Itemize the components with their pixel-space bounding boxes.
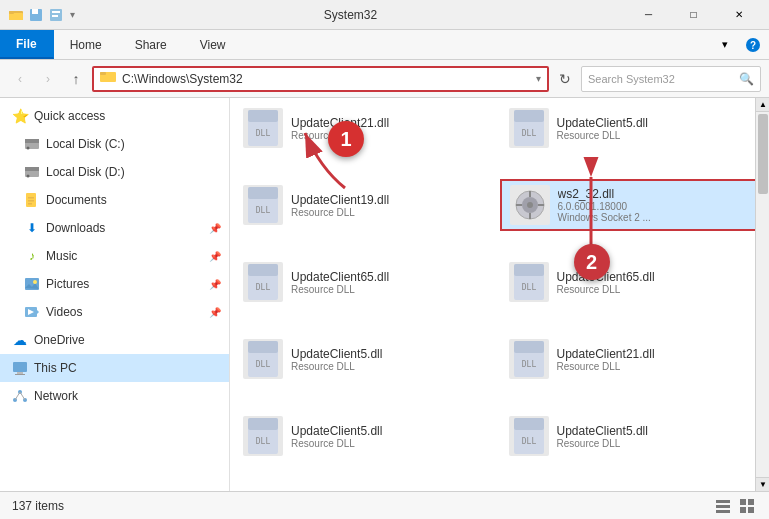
scroll-up-button[interactable]: ▲ <box>756 98 769 112</box>
filename-3: UpdateClient19.dll <box>291 193 491 207</box>
sidebar-item-this-pc[interactable]: This PC <box>0 354 229 382</box>
svg-text:DLL: DLL <box>256 129 271 138</box>
filedetail-ws2-version: 6.0.6001.18000 <box>558 201 756 212</box>
sidebar-item-local-c[interactable]: Local Disk (C:) <box>0 130 229 158</box>
svg-rect-38 <box>248 110 278 122</box>
dll-icon-8: DLL <box>509 339 549 379</box>
sidebar-item-network[interactable]: Network <box>0 382 229 410</box>
up-button[interactable]: ↑ <box>64 67 88 91</box>
downloads-icon: ⬇ <box>24 220 40 236</box>
file-info-7: UpdateClient5.dll Resource DLL <box>291 347 491 372</box>
file-info-8: UpdateClient21.dll Resource DLL <box>557 347 757 372</box>
forward-button[interactable]: › <box>36 67 60 91</box>
svg-rect-72 <box>716 500 730 503</box>
music-icon: ♪ <box>24 248 40 264</box>
file-item-ws2-32[interactable]: ws2_32.dll 6.0.6001.18000 Windows Socket… <box>500 179 766 231</box>
svg-rect-13 <box>25 139 39 143</box>
svg-rect-61 <box>248 341 278 353</box>
svg-rect-21 <box>28 203 32 205</box>
sidebar-label-documents: Documents <box>46 193 221 207</box>
dll-icon-2: DLL <box>509 108 549 148</box>
pictures-icon <box>24 276 40 292</box>
svg-text:DLL: DLL <box>256 206 271 215</box>
ribbon-expand-icon[interactable]: ▾ <box>713 33 737 57</box>
sidebar-label-videos: Videos <box>46 305 203 319</box>
maximize-button[interactable]: □ <box>671 0 716 30</box>
network-icon <box>12 388 28 404</box>
sidebar-item-quick-access[interactable]: ⭐ Quick access <box>0 102 229 130</box>
svg-rect-11 <box>100 72 106 75</box>
svg-rect-64 <box>514 341 544 353</box>
scroll-down-button[interactable]: ▼ <box>756 477 769 491</box>
back-button[interactable]: ‹ <box>8 67 32 91</box>
tab-share[interactable]: Share <box>119 30 184 59</box>
titlebar: ▾ System32 ─ □ ✕ <box>0 0 769 30</box>
file-item-updateclient5-2[interactable]: DLL UpdateClient5.dll Resource DLL <box>234 333 500 385</box>
svg-rect-4 <box>32 9 38 14</box>
svg-rect-70 <box>514 418 544 430</box>
sidebar-item-pictures[interactable]: Pictures 📌 <box>0 270 229 298</box>
sidebar-item-onedrive[interactable]: ☁ OneDrive <box>0 326 229 354</box>
this-pc-icon <box>12 360 28 376</box>
scrollbar: ▲ ▼ <box>755 98 769 491</box>
file-item-updateclient65-1[interactable]: DLL UpdateClient65.dll Resource DLL <box>234 256 500 308</box>
file-info-5: UpdateClient65.dll Resource DLL <box>291 270 491 295</box>
refresh-button[interactable]: ↻ <box>553 67 577 91</box>
svg-point-14 <box>27 147 30 150</box>
sidebar-item-music[interactable]: ♪ Music 📌 <box>0 242 229 270</box>
svg-rect-58 <box>514 264 544 276</box>
quick-access-star-icon: ⭐ <box>12 108 28 124</box>
file-info-ws2: ws2_32.dll 6.0.6001.18000 Windows Socket… <box>558 187 756 223</box>
tab-home[interactable]: Home <box>54 30 119 59</box>
address-dropdown-icon[interactable]: ▾ <box>536 73 541 84</box>
close-button[interactable]: ✕ <box>716 0 761 30</box>
svg-text:DLL: DLL <box>256 360 271 369</box>
tab-file[interactable]: File <box>0 30 54 59</box>
svg-rect-77 <box>740 507 746 513</box>
sidebar-item-videos[interactable]: Videos 📌 <box>0 298 229 326</box>
filedetail-ws2-desc: Windows Socket 2 ... <box>558 212 756 223</box>
help-icon[interactable]: ? <box>741 33 765 57</box>
disk-c-icon <box>24 136 40 152</box>
view-options <box>713 496 757 516</box>
svg-point-48 <box>527 202 533 208</box>
ribbon: File Home Share View ▾ ? <box>0 30 769 60</box>
sidebar-item-local-d[interactable]: Local Disk (D:) <box>0 158 229 186</box>
minimize-button[interactable]: ─ <box>626 0 671 30</box>
address-bar[interactable]: C:\Windows\System32 ▾ <box>92 66 549 92</box>
filedetail-3: Resource DLL <box>291 207 491 218</box>
svg-text:DLL: DLL <box>256 283 271 292</box>
file-info-1: UpdateClient21.dll Resource DLL <box>291 116 491 141</box>
sidebar-item-documents[interactable]: Documents <box>0 186 229 214</box>
file-item-updateclient21-2[interactable]: DLL UpdateClient21.dll Resource DLL <box>500 333 766 385</box>
sidebar-item-downloads[interactable]: ⬇ Downloads 📌 <box>0 214 229 242</box>
tiles-view-button[interactable] <box>737 496 757 516</box>
svg-text:DLL: DLL <box>521 283 536 292</box>
sidebar: ⭐ Quick access Local Disk (C:) Local Dis… <box>0 98 230 491</box>
filedetail-6: Resource DLL <box>557 284 757 295</box>
svg-rect-7 <box>52 15 58 17</box>
file-item-updateclient21[interactable]: DLL UpdateClient21.dll Resource DLL <box>234 102 500 154</box>
file-item-updateclient65-2[interactable]: 2 DLL UpdateClient65.dll Resource DLL <box>500 256 766 308</box>
search-icon[interactable]: 🔍 <box>739 72 754 86</box>
file-item-updateclient5-4[interactable]: DLL UpdateClient5.dll Resource DLL <box>500 410 766 462</box>
disk-d-icon <box>24 164 40 180</box>
file-info-9: UpdateClient5.dll Resource DLL <box>291 424 491 449</box>
file-item-updateclient19[interactable]: DLL UpdateClient19.dll Resource DLL <box>234 179 500 231</box>
svg-rect-2 <box>9 11 14 14</box>
details-view-button[interactable] <box>713 496 733 516</box>
search-placeholder: Search System32 <box>588 73 739 85</box>
videos-icon <box>24 304 40 320</box>
tab-view[interactable]: View <box>184 30 243 59</box>
search-box[interactable]: Search System32 🔍 <box>581 66 761 92</box>
file-item-updateclient5-3[interactable]: DLL UpdateClient5.dll Resource DLL <box>234 410 500 462</box>
svg-point-17 <box>27 175 30 178</box>
filename-5: UpdateClient65.dll <box>291 270 491 284</box>
folder-small-icon <box>8 7 24 23</box>
dll-icon-7: DLL <box>243 339 283 379</box>
onedrive-icon: ☁ <box>12 332 28 348</box>
pin-pictures-icon: 📌 <box>209 279 221 290</box>
scroll-thumb[interactable] <box>758 114 768 194</box>
svg-point-24 <box>33 280 37 284</box>
file-item-updateclient5-1[interactable]: DLL UpdateClient5.dll Resource DLL <box>500 102 766 154</box>
